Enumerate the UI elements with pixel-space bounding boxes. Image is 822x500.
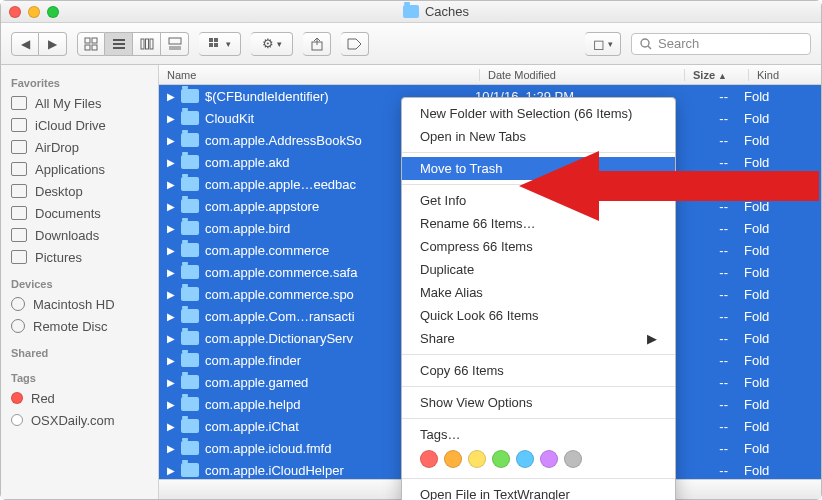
sidebar-item-label: Remote Disc: [33, 319, 107, 334]
menu-item-label: Copy 66 Items: [420, 363, 504, 378]
folder-icon: [181, 353, 199, 367]
submenu-arrow-icon: ▶: [647, 331, 657, 346]
file-kind: Fold: [736, 221, 821, 236]
sidebar-item-label: Documents: [35, 206, 101, 221]
menu-item[interactable]: Share▶: [402, 327, 675, 350]
window-title: Caches: [425, 4, 469, 19]
tag-color-button[interactable]: [564, 450, 582, 468]
disclosure-triangle-icon[interactable]: ▶: [167, 179, 177, 190]
tag-color-button[interactable]: [444, 450, 462, 468]
menu-item[interactable]: Open File in TextWrangler: [402, 483, 675, 500]
disclosure-triangle-icon[interactable]: ▶: [167, 355, 177, 366]
sidebar-item[interactable]: AirDrop: [1, 136, 158, 158]
sidebar-item[interactable]: Documents: [1, 202, 158, 224]
svg-rect-7: [141, 39, 144, 49]
sidebar-item[interactable]: Desktop: [1, 180, 158, 202]
menu-separator: [402, 386, 675, 387]
disclosure-triangle-icon[interactable]: ▶: [167, 443, 177, 454]
disclosure-triangle-icon[interactable]: ▶: [167, 157, 177, 168]
sidebar-tag[interactable]: Red: [1, 387, 158, 409]
disclosure-triangle-icon[interactable]: ▶: [167, 91, 177, 102]
sidebar-item[interactable]: Pictures: [1, 246, 158, 268]
menu-separator: [402, 152, 675, 153]
sidebar-item[interactable]: Remote Disc: [1, 315, 158, 337]
sidebar-item-label: Applications: [35, 162, 105, 177]
sidebar-item[interactable]: Applications: [1, 158, 158, 180]
disclosure-triangle-icon[interactable]: ▶: [167, 135, 177, 146]
dropbox-button[interactable]: ◻▾: [585, 32, 621, 56]
disclosure-triangle-icon[interactable]: ▶: [167, 311, 177, 322]
close-button[interactable]: [9, 6, 21, 18]
file-size: --: [672, 331, 736, 346]
menu-item[interactable]: Rename 66 Items…: [402, 212, 675, 235]
share-button[interactable]: [303, 32, 331, 56]
disclosure-triangle-icon[interactable]: ▶: [167, 289, 177, 300]
col-date-header[interactable]: Date Modified: [479, 69, 684, 81]
menu-item[interactable]: Quick Look 66 Items: [402, 304, 675, 327]
disclosure-triangle-icon[interactable]: ▶: [167, 333, 177, 344]
sidebar-heading-shared: Shared: [1, 345, 158, 362]
column-view-button[interactable]: [133, 32, 161, 56]
disclosure-triangle-icon[interactable]: ▶: [167, 245, 177, 256]
coverflow-view-button[interactable]: [161, 32, 189, 56]
disclosure-triangle-icon[interactable]: ▶: [167, 267, 177, 278]
svg-rect-9: [150, 39, 153, 49]
disclosure-triangle-icon[interactable]: ▶: [167, 223, 177, 234]
column-headers: Name Date Modified Size ▲ Kind: [159, 65, 821, 85]
folder-icon: [181, 111, 199, 125]
traffic-lights: [9, 6, 59, 18]
disclosure-triangle-icon[interactable]: ▶: [167, 377, 177, 388]
menu-item[interactable]: Get Info: [402, 189, 675, 212]
forward-button[interactable]: ▶: [39, 32, 67, 56]
menu-item[interactable]: Duplicate: [402, 258, 675, 281]
tag-color-button[interactable]: [540, 450, 558, 468]
disclosure-triangle-icon[interactable]: ▶: [167, 421, 177, 432]
menu-item[interactable]: Copy 66 Items: [402, 359, 675, 382]
tags-button[interactable]: [341, 32, 369, 56]
tag-color-button[interactable]: [492, 450, 510, 468]
col-name-header[interactable]: Name: [159, 69, 479, 81]
folder-icon: [181, 397, 199, 411]
disclosure-triangle-icon[interactable]: ▶: [167, 465, 177, 476]
sidebar-item-icon: [11, 162, 27, 176]
sidebar-tag[interactable]: OSXDaily.com: [1, 409, 158, 431]
menu-item[interactable]: Compress 66 Items: [402, 235, 675, 258]
menu-item[interactable]: Tags…: [402, 423, 675, 446]
minimize-button[interactable]: [28, 6, 40, 18]
svg-rect-3: [92, 45, 97, 50]
svg-rect-2: [85, 45, 90, 50]
menu-item[interactable]: Move to Trash: [402, 157, 675, 180]
action-button[interactable]: ⚙▾: [251, 32, 293, 56]
file-kind: Fold: [736, 133, 821, 148]
menu-item[interactable]: New Folder with Selection (66 Items): [402, 102, 675, 125]
back-button[interactable]: ◀: [11, 32, 39, 56]
file-kind: Fold: [736, 441, 821, 456]
search-input[interactable]: Search: [631, 33, 811, 55]
tag-color-button[interactable]: [468, 450, 486, 468]
sidebar-item[interactable]: Macintosh HD: [1, 293, 158, 315]
svg-rect-0: [85, 38, 90, 43]
arrange-button[interactable]: ▾: [199, 32, 241, 56]
menu-item[interactable]: Make Alias: [402, 281, 675, 304]
svg-line-20: [648, 46, 651, 49]
fullscreen-button[interactable]: [47, 6, 59, 18]
file-size: --: [672, 155, 736, 170]
file-kind: Fold: [736, 353, 821, 368]
dropbox-icon: ◻: [593, 36, 605, 52]
col-size-header[interactable]: Size ▲: [684, 69, 748, 81]
menu-item[interactable]: Open in New Tabs: [402, 125, 675, 148]
col-kind-header[interactable]: Kind: [748, 69, 821, 81]
list-view-button[interactable]: [105, 32, 133, 56]
tag-color-button[interactable]: [420, 450, 438, 468]
sidebar-item[interactable]: iCloud Drive: [1, 114, 158, 136]
icon-view-button[interactable]: [77, 32, 105, 56]
sidebar-item[interactable]: All My Files: [1, 92, 158, 114]
disclosure-triangle-icon[interactable]: ▶: [167, 399, 177, 410]
disclosure-triangle-icon[interactable]: ▶: [167, 113, 177, 124]
menu-item[interactable]: Show View Options: [402, 391, 675, 414]
sidebar-item[interactable]: Downloads: [1, 224, 158, 246]
file-size: --: [672, 287, 736, 302]
tag-color-button[interactable]: [516, 450, 534, 468]
disclosure-triangle-icon[interactable]: ▶: [167, 201, 177, 212]
file-size: --: [672, 177, 736, 192]
